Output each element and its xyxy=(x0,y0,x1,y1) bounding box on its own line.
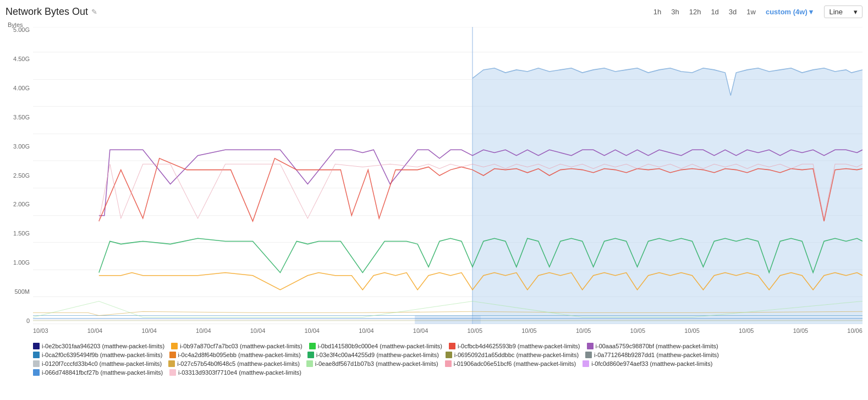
chart-type-select[interactable]: Line ▾ xyxy=(824,6,862,18)
chart-svg xyxy=(33,27,862,324)
x-label-7: 10/04 xyxy=(413,327,428,334)
legend-label: i-0fc0d860e974aef33 (matthew-packet-limi… xyxy=(591,360,712,367)
x-label-10: 10/05 xyxy=(576,327,591,334)
y-label-15g: 1.50G xyxy=(6,231,33,237)
y-labels: 0 500M 1.00G 1.50G 2.00G 2.50G 3.00G 3.5… xyxy=(6,27,33,324)
legend-label: i-0ca2f0c6395494f9b (matthew-packet-limi… xyxy=(42,352,163,358)
x-label-12: 10/05 xyxy=(684,327,700,334)
legend-item: i-0e2bc301faa946203 (matthew-packet-limi… xyxy=(33,343,164,349)
chart-svg-container xyxy=(33,27,862,324)
header: Network Bytes Out ✎ 1h 3h 12h 1d 3d 1w c… xyxy=(6,6,862,18)
x-label-8: 10/05 xyxy=(468,327,483,334)
legend-swatch xyxy=(171,343,178,349)
time-btn-3h[interactable]: 3h xyxy=(669,7,681,17)
legend-label: i-00aaa5759c98870bf (matthew-packet-limi… xyxy=(596,343,718,349)
chart-type-chevron: ▾ xyxy=(854,8,858,16)
legend-swatch xyxy=(307,352,314,358)
legend-item: i-0fc0d860e974aef33 (matthew-packet-limi… xyxy=(583,360,712,367)
x-label-13: 10/05 xyxy=(739,327,754,334)
time-btn-1d[interactable]: 1d xyxy=(708,7,721,17)
legend-label: i-066d748841fbcf27b (matthew-packet-limi… xyxy=(42,369,163,376)
y-label-3g: 3.00G xyxy=(6,144,33,150)
legend-label: i-03e3f4c00a44255d9 (matthew-packet-limi… xyxy=(316,352,439,358)
legend-item: i-066d748841fbcf27b (matthew-packet-limi… xyxy=(33,369,163,376)
y-label-0: 0 xyxy=(6,318,33,324)
legend-item: i-0ca2f0c6395494f9b (matthew-packet-limi… xyxy=(33,352,163,358)
legend-swatch xyxy=(585,352,592,358)
legend-item: i-0120f7cccfd33b4c0 (matthew-packet-limi… xyxy=(33,360,162,367)
legend-row: i-0ca2f0c6395494f9b (matthew-packet-limi… xyxy=(33,352,862,358)
legend: i-0e2bc301faa946203 (matthew-packet-limi… xyxy=(6,343,862,376)
legend-item: i-027c57b54b0f648c5 (matthew-packet-limi… xyxy=(168,360,300,367)
x-axis: 10/03 10/04 10/04 10/04 10/04 10/04 10/0… xyxy=(33,325,862,341)
y-label-2g: 2.00G xyxy=(6,201,33,207)
legend-swatch xyxy=(33,369,40,376)
legend-item: i-0cfbcb4d4625593b9 (matthew-packet-limi… xyxy=(449,343,580,349)
legend-label: i-0120f7cccfd33b4c0 (matthew-packet-limi… xyxy=(42,360,162,367)
legend-swatch xyxy=(169,369,176,376)
x-label-2: 10/04 xyxy=(141,327,157,334)
legend-item: i-03e3f4c00a44255d9 (matthew-packet-limi… xyxy=(307,352,439,358)
y-label-4g: 4.00G xyxy=(6,85,33,91)
x-label-4: 10/04 xyxy=(250,327,266,334)
legend-label: i-0e2bc301faa946203 (matthew-packet-limi… xyxy=(42,343,164,349)
legend-row: i-066d748841fbcf27b (matthew-packet-limi… xyxy=(33,369,862,376)
legend-item: i-03313d9303f7710e4 (matthew-packet-limi… xyxy=(169,369,301,376)
legend-swatch xyxy=(33,360,40,367)
legend-row: i-0120f7cccfd33b4c0 (matthew-packet-limi… xyxy=(33,360,862,367)
time-buttons: 1h 3h 12h 1d 3d 1w custom (4w) ▾ xyxy=(651,7,816,17)
legend-swatch xyxy=(587,343,594,349)
legend-item: i-0b97a870cf7a7bc03 (matthew-packet-limi… xyxy=(171,343,303,349)
legend-item: i-0c4a2d8f64b095ebb (matthew-packet-limi… xyxy=(169,352,301,358)
x-label-14: 10/05 xyxy=(793,327,809,334)
x-label-15: 10/06 xyxy=(847,327,862,334)
y-label-25g: 2.50G xyxy=(6,173,33,179)
legend-label: i-0b97a870cf7a7bc03 (matthew-packet-limi… xyxy=(180,343,303,349)
legend-swatch xyxy=(169,352,176,358)
legend-label: i-0eae8df567d1b07b3 (matthew-packet-limi… xyxy=(315,360,438,367)
time-btn-1h[interactable]: 1h xyxy=(651,7,663,17)
legend-label: i-03313d9303f7710e4 (matthew-packet-limi… xyxy=(178,369,301,376)
x-label-0: 10/03 xyxy=(33,327,48,334)
time-btn-custom[interactable]: custom (4w) ▾ xyxy=(763,7,815,17)
chart-type-label: Line xyxy=(829,8,843,16)
legend-swatch xyxy=(168,360,175,367)
title-area: Network Bytes Out ✎ xyxy=(6,6,97,18)
legend-swatch xyxy=(446,352,452,358)
x-label-11: 10/05 xyxy=(630,327,646,334)
legend-item: i-0bd141580b9c000e4 (matthew-packet-limi… xyxy=(309,343,442,349)
legend-item: i-00aaa5759c98870bf (matthew-packet-limi… xyxy=(587,343,718,349)
legend-label: i-027c57b54b0f648c5 (matthew-packet-limi… xyxy=(177,360,300,367)
time-btn-1w[interactable]: 1w xyxy=(744,7,758,17)
edit-icon[interactable]: ✎ xyxy=(91,8,97,16)
legend-label: i-0bd141580b9c000e4 (matthew-packet-limi… xyxy=(318,343,442,349)
chart-title: Network Bytes Out xyxy=(6,6,88,18)
legend-swatch xyxy=(33,343,40,349)
legend-item: i-01906adc06e51bcf6 (matthew-packet-limi… xyxy=(445,360,576,367)
legend-label: i-0c4a2d8f64b095ebb (matthew-packet-limi… xyxy=(178,352,301,358)
legend-label: i-0a7712648b9287dd1 (matthew-packet-limi… xyxy=(594,352,719,358)
legend-label: i-01906adc06e51bcf6 (matthew-packet-limi… xyxy=(454,360,576,367)
x-label-6: 10/04 xyxy=(359,327,374,334)
y-label-35g: 3.50G xyxy=(6,114,33,120)
legend-swatch xyxy=(583,360,589,367)
y-label-1g: 1.00G xyxy=(6,260,33,266)
time-btn-12h[interactable]: 12h xyxy=(687,7,704,17)
time-btn-3d[interactable]: 3d xyxy=(727,7,739,17)
legend-item: i-0695092d1a65ddbbc (matthew-packet-limi… xyxy=(446,352,579,358)
x-label-9: 10/05 xyxy=(521,327,537,334)
legend-row: i-0e2bc301faa946203 (matthew-packet-limi… xyxy=(33,343,862,349)
legend-label: i-0cfbcb4d4625593b9 (matthew-packet-limi… xyxy=(458,343,580,349)
x-label-5: 10/04 xyxy=(304,327,320,334)
y-label-500m: 500M xyxy=(6,289,33,295)
x-label-3: 10/04 xyxy=(196,327,211,334)
x-label-1: 10/04 xyxy=(87,327,103,334)
svg-rect-13 xyxy=(415,315,481,324)
legend-swatch xyxy=(306,360,313,367)
y-label-5g: 5.00G xyxy=(6,27,33,33)
legend-swatch xyxy=(309,343,316,349)
legend-swatch xyxy=(445,360,452,367)
legend-item: i-0eae8df567d1b07b3 (matthew-packet-limi… xyxy=(306,360,438,367)
legend-swatch xyxy=(33,352,40,358)
y-label-45g: 4.50G xyxy=(6,56,33,62)
